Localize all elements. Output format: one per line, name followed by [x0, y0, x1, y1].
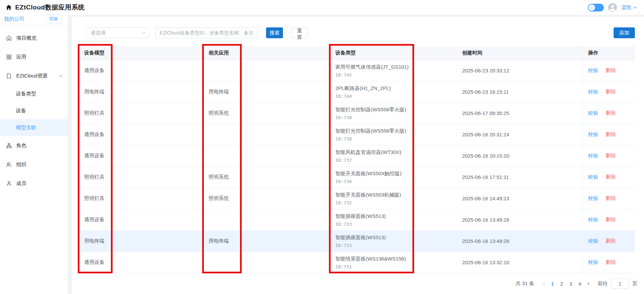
cell-operations: 校验 删除	[582, 60, 635, 81]
search-input[interactable]	[155, 27, 258, 38]
cell-operations: 校验 删除	[582, 103, 635, 124]
table-body: 通用设备 家用可燃气体传感器(JT_GS101) ID:745 2025-06-…	[78, 60, 635, 273]
user-menu[interactable]: 梁凯	[621, 4, 637, 11]
sidebar-item-device-type[interactable]: 设备类型	[0, 85, 68, 102]
sidebar-item-label: 设备类型	[16, 91, 36, 97]
total-count: 共 31 条	[516, 280, 534, 287]
cell-device-model: 通用设备	[78, 60, 203, 81]
sidebar-item-label: 设备	[16, 108, 26, 114]
device-type-name: 智能风机盘管温控器(WT30X)	[335, 149, 456, 156]
theme-toggle[interactable]: ☼	[588, 4, 604, 12]
verify-link[interactable]: 校验	[588, 153, 598, 158]
device-type-id: ID:733	[335, 243, 456, 248]
page-title: EZtCloud数据应用系统	[15, 3, 85, 12]
search-button[interactable]: 搜索	[266, 27, 283, 38]
verify-link[interactable]: 校验	[588, 259, 598, 265]
user-avatar-icon[interactable]	[608, 3, 617, 12]
verify-link[interactable]: 校验	[588, 195, 598, 201]
main-content: 请选择 搜索 重置 添加 设备模型 相关应用 设备类型 创建时间 操作	[72, 17, 644, 294]
cell-related-app: 用电终端	[203, 230, 330, 252]
chevron-up-icon	[59, 74, 63, 78]
device-type-name: 2PL断路器(H1_ZN_2PL)	[335, 85, 456, 92]
device-type-id: ID:731	[335, 264, 456, 269]
cell-operations: 校验 删除	[582, 145, 635, 166]
hierarchy-icon	[6, 143, 12, 149]
delete-link[interactable]: 删除	[606, 259, 616, 265]
device-type-name: 家用可燃气体传感器(JT_GS101)	[335, 64, 456, 70]
next-page-button[interactable]	[585, 282, 592, 286]
company-row: 我的公司 切换	[0, 15, 68, 25]
sidebar-item-device[interactable]: 设备	[0, 102, 68, 119]
sidebar-item-eztcloud-resources[interactable]: EZtCloud资源	[0, 66, 68, 85]
verify-link[interactable]: 校验	[588, 217, 598, 222]
sidebar-item-roles[interactable]: 角色	[0, 136, 68, 155]
sidebar-item-organization[interactable]: 组织	[0, 155, 68, 174]
sidebar-item-model-association[interactable]: 模型关联	[0, 119, 68, 136]
cell-created-time: 2025-06-16 20:15:20	[456, 145, 582, 166]
delete-link[interactable]: 删除	[606, 195, 616, 201]
device-type-id: ID:738	[335, 115, 456, 120]
delete-link[interactable]: 删除	[606, 89, 616, 94]
delete-link[interactable]: 删除	[606, 110, 616, 116]
sidebar-item-project-overview[interactable]: 项目概览	[0, 28, 68, 47]
switch-company-button[interactable]: 切换	[46, 15, 62, 23]
reset-button[interactable]: 重置	[291, 27, 308, 38]
cell-device-type: 智能开关面板(WS503机械版) ID:732	[330, 188, 456, 209]
goto-page-input[interactable]	[611, 278, 629, 289]
cell-device-model: 照明灯具	[78, 166, 203, 188]
cell-device-model: 通用设备	[78, 145, 203, 166]
cell-device-type: 家用可燃气体传感器(JT_GS101) ID:745	[330, 60, 456, 81]
column-header-related-app: 相关应用	[203, 46, 330, 60]
delete-link[interactable]: 删除	[606, 238, 616, 244]
sidebar-item-members[interactable]: 成员	[0, 174, 68, 193]
add-button[interactable]: 添加	[614, 27, 635, 38]
model-association-table: 设备模型 相关应用 设备类型 创建时间 操作 通用设备 家用可燃气体传感器(JT…	[78, 46, 635, 273]
prev-page-button[interactable]	[540, 282, 548, 286]
cell-device-type: 智能风机盘管温控器(WT30X) ID:737	[330, 145, 456, 166]
verify-link[interactable]: 校验	[588, 67, 598, 73]
delete-link[interactable]: 删除	[606, 131, 616, 137]
delete-link[interactable]: 删除	[606, 153, 616, 158]
page-number-3[interactable]: 3	[566, 279, 575, 288]
page-list: 1234	[548, 279, 585, 288]
cell-created-time: 2025-06-16 13:49:28	[456, 230, 582, 252]
verify-link[interactable]: 校验	[588, 89, 598, 94]
sidebar-item-label: 组织	[16, 161, 26, 168]
table-row: 通用设备 智能插座面板(WS513) ID:733 2025-06-16 13:…	[78, 209, 635, 230]
table-row: 用电终端 用电终端 2PL断路器(H1_ZN_2PL) ID:744 2025-…	[78, 81, 635, 103]
filter-select[interactable]: 请选择	[86, 27, 149, 38]
goto-label: 前往	[598, 280, 608, 287]
verify-link[interactable]: 校验	[588, 174, 598, 180]
device-type-id: ID:733	[335, 222, 456, 227]
cell-device-model: 用电终端	[78, 81, 203, 103]
page-number-4[interactable]: 4	[575, 279, 585, 288]
verify-link[interactable]: 校验	[588, 238, 598, 244]
delete-link[interactable]: 删除	[606, 217, 616, 222]
verify-link[interactable]: 校验	[588, 110, 598, 116]
cell-operations: 校验 删除	[582, 209, 635, 230]
table-row: 通用设备 智能灯光控制器(WS558零火版) ID:738 2025-06-16…	[78, 124, 635, 145]
cell-device-type: 2PL断路器(H1_ZN_2PL) ID:744	[330, 81, 456, 103]
sun-icon: ☼	[589, 4, 595, 11]
cell-device-type: 智能插座面板(WS513) ID:733	[330, 230, 456, 252]
cell-created-time: 2025-06-23 16:15:11	[456, 81, 582, 103]
page-number-2[interactable]: 2	[557, 279, 566, 288]
table-row: 照明灯具 照明系统 智能开关面板(WS503机械版) ID:732 2025-0…	[78, 188, 635, 209]
device-type-name: 智能插座面板(WS513)	[335, 213, 456, 220]
device-type-name: 智能灯光控制器(WS558零火版)	[335, 128, 456, 134]
cell-related-app	[203, 252, 330, 273]
device-type-id: ID:738	[335, 136, 456, 141]
table-row: 通用设备 智能风机盘管温控器(WT30X) ID:737 2025-06-16 …	[78, 145, 635, 166]
column-header-operations: 操作	[582, 46, 635, 60]
delete-link[interactable]: 删除	[606, 67, 616, 73]
verify-link[interactable]: 校验	[588, 131, 598, 137]
table-row: 用电终端 用电终端 智能插座面板(WS513) ID:733 2025-06-1…	[78, 230, 635, 252]
page-number-1[interactable]: 1	[548, 279, 557, 288]
cell-device-type: 智能插座面板(WS513) ID:733	[330, 209, 456, 230]
cell-device-model: 通用设备	[78, 209, 203, 230]
sidebar-item-applications[interactable]: 应用	[0, 47, 68, 66]
cell-created-time: 2025-06-16 20:31:24	[456, 124, 582, 145]
device-type-id: ID:744	[335, 94, 456, 99]
delete-link[interactable]: 删除	[606, 174, 616, 180]
table-row: 照明灯具 照明系统 智能开关面板(WS50X触控版) ID:736 2025-0…	[78, 166, 635, 188]
